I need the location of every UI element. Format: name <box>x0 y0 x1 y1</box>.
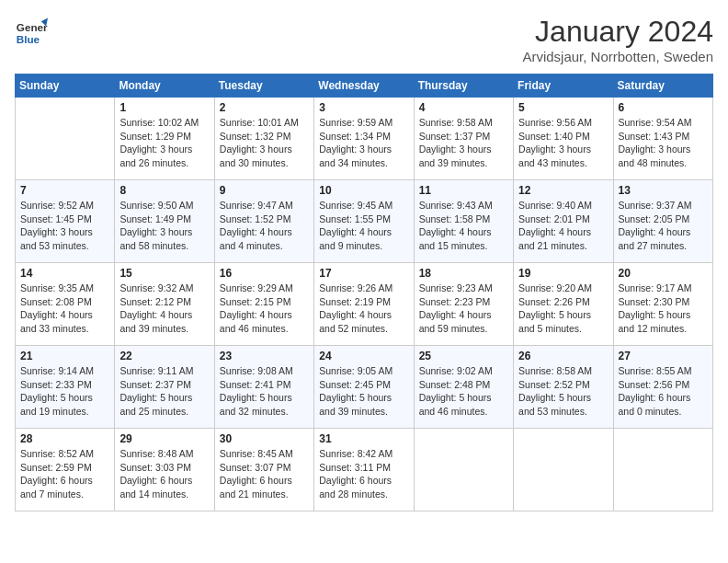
calendar-cell: 28Sunrise: 8:52 AMSunset: 2:59 PMDayligh… <box>16 429 115 511</box>
weekday-header-sunday: Sunday <box>16 75 115 98</box>
day-info: Sunrise: 8:45 AMSunset: 3:07 PMDaylight:… <box>220 447 309 501</box>
calendar-cell: 9Sunrise: 9:47 AMSunset: 1:52 PMDaylight… <box>214 180 313 263</box>
day-info: Sunrise: 9:43 AMSunset: 1:58 PMDaylight:… <box>419 199 508 253</box>
weekday-header-wednesday: Wednesday <box>314 75 414 98</box>
day-number: 13 <box>619 184 708 197</box>
day-number: 26 <box>518 350 608 362</box>
day-number: 16 <box>220 267 309 280</box>
day-number: 3 <box>319 101 408 114</box>
calendar-cell: 19Sunrise: 9:20 AMSunset: 2:26 PMDayligh… <box>514 263 613 346</box>
title-block: January 2024 Arvidsjaur, Norrbotten, Swe… <box>522 15 713 64</box>
day-number: 31 <box>319 432 408 445</box>
calendar-cell: 25Sunrise: 9:02 AMSunset: 2:48 PMDayligh… <box>414 346 513 429</box>
day-number: 1 <box>119 101 209 114</box>
day-info: Sunrise: 9:02 AMSunset: 2:48 PMDaylight:… <box>419 364 508 419</box>
day-number: 18 <box>419 267 508 280</box>
day-number: 25 <box>419 350 508 362</box>
calendar-cell: 10Sunrise: 9:45 AMSunset: 1:55 PMDayligh… <box>314 180 414 263</box>
day-info: Sunrise: 8:48 AMSunset: 3:03 PMDaylight:… <box>119 447 209 501</box>
day-number: 20 <box>619 267 708 280</box>
weekday-header-monday: Monday <box>115 75 214 98</box>
calendar-cell: 18Sunrise: 9:23 AMSunset: 2:23 PMDayligh… <box>414 263 513 346</box>
day-info: Sunrise: 9:45 AMSunset: 1:55 PMDaylight:… <box>319 199 408 253</box>
day-number: 12 <box>518 184 608 197</box>
location-subtitle: Arvidsjaur, Norrbotten, Sweden <box>522 49 713 64</box>
day-number: 27 <box>619 350 708 362</box>
calendar-cell: 21Sunrise: 9:14 AMSunset: 2:33 PMDayligh… <box>16 346 115 429</box>
week-row-5: 28Sunrise: 8:52 AMSunset: 2:59 PMDayligh… <box>16 429 713 511</box>
calendar-cell: 29Sunrise: 8:48 AMSunset: 3:03 PMDayligh… <box>115 429 214 511</box>
calendar-cell: 6Sunrise: 9:54 AMSunset: 1:43 PMDaylight… <box>613 98 712 180</box>
weekday-header-row: SundayMondayTuesdayWednesdayThursdayFrid… <box>16 75 713 98</box>
day-info: Sunrise: 9:32 AMSunset: 2:12 PMDaylight:… <box>119 282 209 336</box>
day-info: Sunrise: 9:11 AMSunset: 2:37 PMDaylight:… <box>119 364 209 419</box>
calendar-cell: 12Sunrise: 9:40 AMSunset: 2:01 PMDayligh… <box>514 180 613 263</box>
month-title: January 2024 <box>522 15 713 49</box>
calendar-cell: 22Sunrise: 9:11 AMSunset: 2:37 PMDayligh… <box>115 346 214 429</box>
day-info: Sunrise: 9:20 AMSunset: 2:26 PMDaylight:… <box>518 282 608 336</box>
calendar-cell: 31Sunrise: 8:42 AMSunset: 3:11 PMDayligh… <box>314 429 414 511</box>
logo: General Blue <box>15 15 48 48</box>
day-info: Sunrise: 10:02 AMSunset: 1:29 PMDaylight… <box>119 116 209 170</box>
day-info: Sunrise: 9:56 AMSunset: 1:40 PMDaylight:… <box>518 116 608 170</box>
day-info: Sunrise: 9:47 AMSunset: 1:52 PMDaylight:… <box>220 199 309 253</box>
day-info: Sunrise: 9:29 AMSunset: 2:15 PMDaylight:… <box>220 282 309 336</box>
day-info: Sunrise: 9:40 AMSunset: 2:01 PMDaylight:… <box>518 199 608 253</box>
weekday-header-thursday: Thursday <box>414 75 513 98</box>
day-number: 14 <box>20 267 109 280</box>
day-number: 22 <box>119 350 209 362</box>
calendar-cell: 26Sunrise: 8:58 AMSunset: 2:52 PMDayligh… <box>514 346 613 429</box>
week-row-1: 1Sunrise: 10:02 AMSunset: 1:29 PMDayligh… <box>16 98 713 180</box>
week-row-3: 14Sunrise: 9:35 AMSunset: 2:08 PMDayligh… <box>16 263 713 346</box>
day-number: 17 <box>319 267 408 280</box>
weekday-header-tuesday: Tuesday <box>214 75 313 98</box>
week-row-2: 7Sunrise: 9:52 AMSunset: 1:45 PMDaylight… <box>16 180 713 263</box>
calendar-cell: 15Sunrise: 9:32 AMSunset: 2:12 PMDayligh… <box>115 263 214 346</box>
day-number: 28 <box>20 432 109 445</box>
day-number: 8 <box>119 184 209 197</box>
calendar-cell: 23Sunrise: 9:08 AMSunset: 2:41 PMDayligh… <box>214 346 313 429</box>
day-info: Sunrise: 9:17 AMSunset: 2:30 PMDaylight:… <box>619 282 708 336</box>
calendar-cell: 13Sunrise: 9:37 AMSunset: 2:05 PMDayligh… <box>613 180 712 263</box>
logo-icon: General Blue <box>15 15 48 48</box>
day-info: Sunrise: 9:37 AMSunset: 2:05 PMDaylight:… <box>619 199 708 253</box>
calendar-cell: 11Sunrise: 9:43 AMSunset: 1:58 PMDayligh… <box>414 180 513 263</box>
calendar-cell: 7Sunrise: 9:52 AMSunset: 1:45 PMDaylight… <box>16 180 115 263</box>
calendar-cell: 30Sunrise: 8:45 AMSunset: 3:07 PMDayligh… <box>214 429 313 511</box>
day-info: Sunrise: 9:26 AMSunset: 2:19 PMDaylight:… <box>319 282 408 336</box>
calendar-cell: 4Sunrise: 9:58 AMSunset: 1:37 PMDaylight… <box>414 98 513 180</box>
day-info: Sunrise: 9:14 AMSunset: 2:33 PMDaylight:… <box>20 364 109 419</box>
calendar-cell: 1Sunrise: 10:02 AMSunset: 1:29 PMDayligh… <box>115 98 214 180</box>
calendar-cell: 16Sunrise: 9:29 AMSunset: 2:15 PMDayligh… <box>214 263 313 346</box>
day-info: Sunrise: 8:58 AMSunset: 2:52 PMDaylight:… <box>518 364 608 419</box>
svg-text:Blue: Blue <box>17 33 40 45</box>
day-info: Sunrise: 8:42 AMSunset: 3:11 PMDaylight:… <box>319 447 408 501</box>
calendar-cell <box>613 429 712 511</box>
calendar-cell: 17Sunrise: 9:26 AMSunset: 2:19 PMDayligh… <box>314 263 414 346</box>
day-number: 5 <box>518 101 608 114</box>
day-number: 19 <box>518 267 608 280</box>
day-number: 7 <box>20 184 109 197</box>
day-number: 24 <box>319 350 408 362</box>
day-info: Sunrise: 9:54 AMSunset: 1:43 PMDaylight:… <box>619 116 708 170</box>
day-info: Sunrise: 9:35 AMSunset: 2:08 PMDaylight:… <box>20 282 109 336</box>
day-info: Sunrise: 9:23 AMSunset: 2:23 PMDaylight:… <box>419 282 508 336</box>
day-number: 6 <box>619 101 708 114</box>
day-info: Sunrise: 10:01 AMSunset: 1:32 PMDaylight… <box>220 116 309 170</box>
calendar-cell: 5Sunrise: 9:56 AMSunset: 1:40 PMDaylight… <box>514 98 613 180</box>
weekday-header-saturday: Saturday <box>613 75 712 98</box>
calendar-cell: 24Sunrise: 9:05 AMSunset: 2:45 PMDayligh… <box>314 346 414 429</box>
day-info: Sunrise: 9:08 AMSunset: 2:41 PMDaylight:… <box>220 364 309 419</box>
day-number: 21 <box>20 350 109 362</box>
calendar-table: SundayMondayTuesdayWednesdayThursdayFrid… <box>15 74 713 511</box>
calendar-cell: 20Sunrise: 9:17 AMSunset: 2:30 PMDayligh… <box>613 263 712 346</box>
day-number: 9 <box>220 184 309 197</box>
calendar-cell: 2Sunrise: 10:01 AMSunset: 1:32 PMDayligh… <box>214 98 313 180</box>
weekday-header-friday: Friday <box>514 75 613 98</box>
calendar-cell: 8Sunrise: 9:50 AMSunset: 1:49 PMDaylight… <box>115 180 214 263</box>
day-number: 23 <box>220 350 309 362</box>
day-number: 4 <box>419 101 508 114</box>
day-info: Sunrise: 9:52 AMSunset: 1:45 PMDaylight:… <box>20 199 109 253</box>
calendar-cell <box>414 429 513 511</box>
calendar-cell <box>16 98 115 180</box>
